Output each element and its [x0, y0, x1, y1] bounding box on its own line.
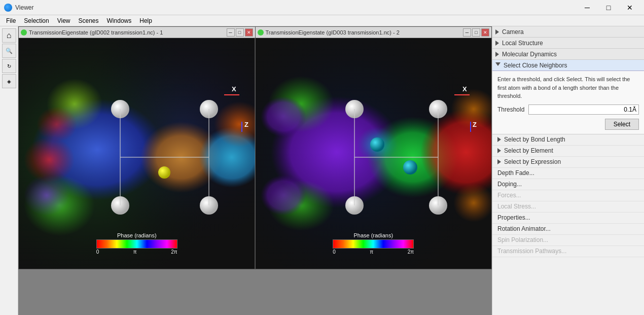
select-close-neighbors-content: Enter a threshold, and click Select. Thi…: [492, 71, 644, 134]
viewer-1-minimize[interactable]: ─: [227, 28, 235, 37]
viewer-1-phase-gradient: [96, 239, 177, 249]
menu-view[interactable]: View: [53, 16, 75, 25]
viewers-row: TransmissionEigenstate (gID002 transmiss…: [18, 26, 492, 269]
bottom-workspace: [18, 269, 492, 315]
threshold-row: Threshold: [497, 104, 639, 115]
svg-point-11: [24, 175, 69, 216]
menu-file[interactable]: File: [2, 16, 20, 25]
sidebar-item-properties[interactable]: Properties...: [492, 213, 644, 224]
sidebar-item-local-stress: Local Stress...: [492, 201, 644, 213]
app-title: Viewer: [15, 4, 33, 11]
svg-text:X: X: [232, 85, 236, 93]
sidebar-item-rotation-animator[interactable]: Rotation Animator...: [492, 224, 644, 235]
rotation-animator-label: Rotation Animator...: [497, 225, 551, 232]
sidebar-item-molecular-dynamics[interactable]: Molecular Dynamics: [492, 49, 644, 60]
svg-point-41: [403, 160, 417, 174]
svg-text:Z: Z: [244, 121, 248, 128]
viewer-2-canvas[interactable]: X Z Phase (radians) 0 π 2π: [256, 38, 492, 269]
viewer-1-titlebar: TransmissionEigenstate (gID002 transmiss…: [19, 27, 255, 38]
viewer-1-close[interactable]: ✕: [245, 28, 253, 37]
svg-point-19: [158, 166, 170, 179]
viewer-1-canvas[interactable]: X Z Phase (radians) 0 π 2π: [19, 38, 255, 269]
forces-label: Forces...: [497, 192, 521, 199]
close-button[interactable]: ✕: [620, 1, 640, 15]
main-layout: ⌂ 🔍 ↻ ◈ TransmissionEigenstate (gID002 t…: [0, 26, 644, 315]
viewer-1-phase-ticks: 0 π 2π: [96, 249, 177, 255]
viewer-panel-1: TransmissionEigenstate (gID002 transmiss…: [18, 26, 256, 269]
local-structure-label: Local Structure: [502, 40, 543, 47]
title-bar: Viewer ─ □ ✕: [0, 0, 644, 15]
svg-point-34: [261, 96, 306, 137]
local-stress-label: Local Stress...: [497, 203, 536, 210]
menu-windows[interactable]: Windows: [103, 16, 136, 25]
sidebar-item-select-close-neighbors[interactable]: Select Close Neighbors: [492, 60, 644, 71]
select-by-element-label: Select by Element: [504, 147, 553, 154]
maximize-button[interactable]: □: [598, 1, 619, 15]
sidebar: Camera Local Structure Molecular Dynamic…: [492, 26, 644, 315]
transmission-pathways-label: Transmission Pathways...: [497, 248, 566, 255]
viewer-2-minimize[interactable]: ─: [463, 28, 471, 37]
sidebar-item-forces: Forces...: [492, 190, 644, 201]
svg-point-40: [370, 137, 384, 152]
select-close-neighbors-triangle-icon: [495, 62, 500, 68]
sidebar-scroll[interactable]: Camera Local Structure Molecular Dynamic…: [492, 26, 644, 315]
viewer-1-phase-label: Phase (radians): [117, 232, 157, 238]
viewer-panel-2: TransmissionEigenstate (gID003 transmiss…: [256, 26, 492, 269]
sidebar-item-camera[interactable]: Camera: [492, 26, 644, 38]
viewer-2-titlebar: TransmissionEigenstate (gID003 transmiss…: [256, 27, 492, 38]
viewer-1-phase-bar: Phase (radians) 0 π 2π: [96, 232, 177, 255]
menu-selection[interactable]: Selection: [20, 16, 53, 25]
viewer-2-phase-ticks: 0 π 2π: [333, 249, 414, 255]
expression-triangle-icon: [497, 159, 501, 164]
viewer-2-status-dot: [258, 29, 264, 36]
menu-bar: File Selection View Scenes Windows Help: [0, 15, 644, 26]
viewer-1-status-dot: [21, 29, 27, 36]
camera-label: Camera: [502, 28, 524, 36]
window-controls: ─ □ ✕: [577, 1, 640, 15]
threshold-input[interactable]: [528, 104, 639, 115]
select-close-neighbors-label: Select Close Neighbors: [504, 62, 567, 69]
element-triangle-icon: [497, 148, 501, 153]
sidebar-item-local-structure[interactable]: Local Structure: [492, 38, 644, 49]
sidebar-item-depth-fade[interactable]: Depth Fade...: [492, 168, 644, 179]
properties-label: Properties...: [497, 214, 530, 221]
sidebar-item-doping[interactable]: Doping...: [492, 179, 644, 190]
svg-point-35: [261, 175, 306, 216]
sidebar-item-select-by-element[interactable]: Select by Element: [492, 146, 644, 157]
select-by-bond-length-label: Select by Bond Length: [504, 136, 565, 143]
viewer-1-title: TransmissionEigenstate (gID002 transmiss…: [29, 29, 163, 36]
svg-text:Z: Z: [473, 121, 477, 128]
molecular-dynamics-triangle-icon: [495, 52, 499, 57]
toolbar-btn-zoom[interactable]: 🔍: [2, 44, 16, 58]
viewer-2-close[interactable]: ✕: [481, 28, 489, 37]
sidebar-item-spin-polarization: Spin Polarization...: [492, 235, 644, 246]
toolbar-btn-select[interactable]: ◈: [2, 74, 16, 88]
app-icon: [4, 4, 12, 12]
bond-length-triangle-icon: [497, 137, 501, 142]
center-area: TransmissionEigenstate (gID002 transmiss…: [18, 26, 492, 315]
spin-polarization-label: Spin Polarization...: [497, 236, 548, 243]
sidebar-item-select-by-bond-length[interactable]: Select by Bond Length: [492, 134, 644, 146]
menu-scenes[interactable]: Scenes: [75, 16, 103, 25]
threshold-label: Threshold: [497, 106, 524, 113]
local-structure-triangle-icon: [495, 41, 499, 46]
depth-fade-label: Depth Fade...: [497, 169, 534, 177]
doping-label: Doping...: [497, 181, 522, 188]
expanded-description: Enter a threshold, and click Select. Thi…: [497, 75, 639, 100]
sidebar-item-select-by-expression[interactable]: Select by Expression: [492, 157, 644, 168]
minimize-button[interactable]: ─: [577, 1, 597, 15]
toolbar-btn-rotate[interactable]: ↻: [2, 59, 16, 73]
viewer-2-maximize[interactable]: □: [472, 28, 480, 37]
molecular-dynamics-label: Molecular Dynamics: [502, 51, 557, 58]
viewer-2-phase-bar: Phase (radians) 0 π 2π: [333, 232, 414, 255]
select-by-expression-label: Select by Expression: [504, 158, 561, 165]
menu-help[interactable]: Help: [135, 16, 156, 25]
svg-text:X: X: [462, 85, 467, 93]
sidebar-item-transmission-pathways: Transmission Pathways...: [492, 246, 644, 257]
toolbar-btn-home[interactable]: ⌂: [2, 28, 16, 43]
viewer-2-title: TransmissionEigenstate (gID003 transmiss…: [266, 29, 400, 36]
viewer-2-phase-label: Phase (radians): [353, 232, 393, 238]
select-btn-row: Select: [497, 119, 639, 130]
select-button[interactable]: Select: [605, 119, 639, 130]
viewer-1-maximize[interactable]: □: [236, 28, 244, 37]
